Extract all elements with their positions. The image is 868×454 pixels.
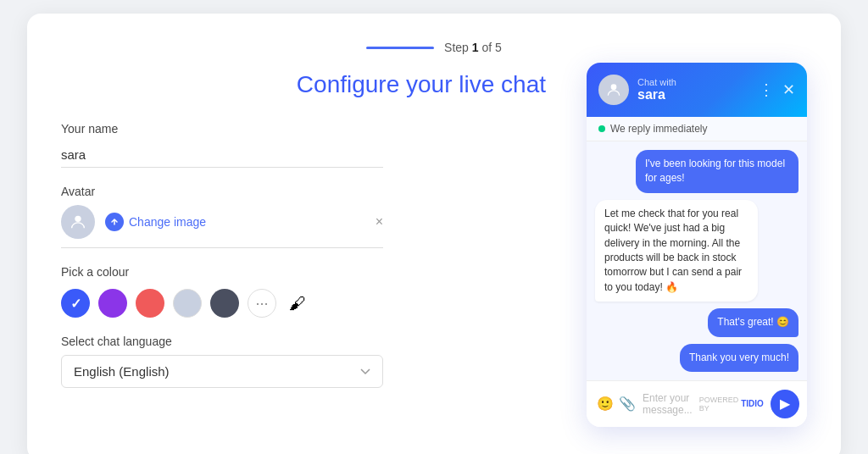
upload-icon	[105, 213, 124, 231]
message-4: Thank you very much!	[680, 344, 798, 372]
color-light[interactable]	[173, 289, 202, 318]
chat-status-bar: We reply immediately	[587, 117, 807, 141]
name-label: Your name	[61, 122, 546, 136]
message-3: That's great! 😊	[708, 308, 798, 336]
step-label: Step	[444, 41, 469, 54]
chat-status-text: We reply immediately	[610, 123, 707, 135]
chat-agent-name: sara	[637, 87, 750, 102]
change-image-label: Change image	[129, 215, 206, 229]
language-field-group: Select chat language English (English)	[61, 335, 546, 388]
chat-menu-icon[interactable]: ⋮	[759, 80, 774, 99]
language-label: Select chat language	[61, 335, 546, 348]
name-field-group: Your name	[61, 122, 546, 168]
step-progress-line	[366, 47, 434, 49]
status-online-dot	[598, 125, 605, 132]
powered-by-label: POWERED BY	[699, 396, 739, 412]
color-blue[interactable]	[61, 289, 90, 318]
chat-with-text: Chat with	[637, 77, 750, 87]
main-card: Step 1 of 5 Configure your live chat You…	[27, 14, 841, 454]
color-label: Pick a colour	[61, 265, 546, 279]
chat-header-actions: ⋮ ✕	[759, 80, 795, 99]
color-purple[interactable]	[98, 289, 127, 318]
chat-input-icons: 🙂 📎	[597, 396, 636, 412]
color-dark[interactable]	[210, 289, 239, 318]
emoji-icon[interactable]: 🙂	[597, 396, 614, 412]
send-icon: ▶	[780, 396, 790, 412]
powered-by: POWERED BY TIDIO	[699, 396, 764, 412]
color-options: ··· 🖌	[61, 289, 546, 318]
brand-label: TIDIO	[741, 399, 764, 408]
color-picker-icon[interactable]: 🖌	[285, 291, 310, 316]
chat-agent-avatar	[598, 75, 629, 105]
chat-input-placeholder[interactable]: Enter your message...	[643, 392, 693, 416]
avatar-close-button[interactable]: ×	[376, 214, 383, 230]
page-title: Configure your live chat	[61, 71, 546, 98]
step-current: 1	[472, 41, 479, 54]
color-red[interactable]	[136, 289, 164, 318]
step-total: 5	[495, 41, 502, 54]
chat-header: Chat with sara ⋮ ✕	[587, 63, 807, 117]
main-content: Configure your live chat Your name Avata…	[61, 71, 807, 427]
message-2: Let me check that for you real quick! We…	[595, 200, 758, 302]
step-text: Step 1 of 5	[444, 41, 502, 54]
attachment-icon[interactable]: 📎	[619, 396, 636, 412]
step-indicator: Step 1 of 5	[61, 41, 807, 54]
chat-header-info: Chat with sara	[637, 77, 750, 102]
chat-messages: I've been looking for this model for age…	[587, 141, 807, 380]
avatar-field-group: Avatar Change image ×	[61, 185, 546, 248]
name-input[interactable]	[61, 142, 383, 168]
change-image-button[interactable]: Change image	[105, 213, 206, 231]
message-1: I've been looking for this model for age…	[636, 150, 798, 193]
avatar-label: Avatar	[61, 185, 546, 198]
avatar-row: Change image ×	[61, 205, 383, 248]
avatar	[61, 205, 95, 239]
svg-point-1	[611, 84, 617, 90]
color-more-button[interactable]: ···	[248, 289, 276, 318]
form-section: Configure your live chat Your name Avata…	[61, 71, 546, 405]
chat-close-icon[interactable]: ✕	[782, 80, 795, 99]
chat-preview: Chat with sara ⋮ ✕ We reply immediately …	[587, 63, 807, 427]
svg-point-0	[75, 216, 81, 222]
language-select[interactable]: English (English)	[61, 355, 383, 388]
step-of-label: of	[482, 41, 492, 54]
chat-input-bar: 🙂 📎 Enter your message... POWERED BY TID…	[587, 380, 807, 427]
color-picker-group: Pick a colour ··· 🖌	[61, 265, 546, 318]
send-button[interactable]: ▶	[771, 390, 799, 418]
